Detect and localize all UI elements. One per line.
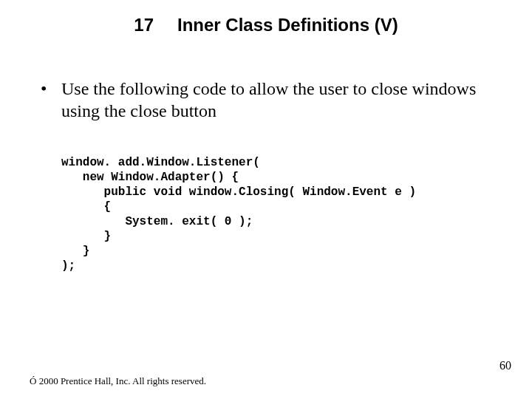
slide: 17 Inner Class Definitions (V) • Use the…	[0, 0, 532, 399]
code-block: window. add.Window.Listener( new Window.…	[61, 155, 491, 273]
slide-title: 17 Inner Class Definitions (V)	[0, 15, 532, 35]
body: • Use the following code to allow the us…	[41, 78, 491, 122]
footer-text: 2000 Prentice Hall, Inc. All rights rese…	[36, 375, 206, 386]
bullet-text: Use the following code to allow the user…	[61, 78, 491, 122]
title-number: 17	[134, 15, 154, 35]
title-text: Inner Class Definitions (V)	[177, 15, 398, 35]
bullet-item: • Use the following code to allow the us…	[41, 78, 491, 122]
footer-copyright: Ó 2000 Prentice Hall, Inc. All rights re…	[30, 375, 206, 387]
bullet-marker: •	[41, 78, 61, 100]
page-number: 60	[499, 359, 511, 372]
copyright-symbol: Ó	[30, 375, 36, 386]
